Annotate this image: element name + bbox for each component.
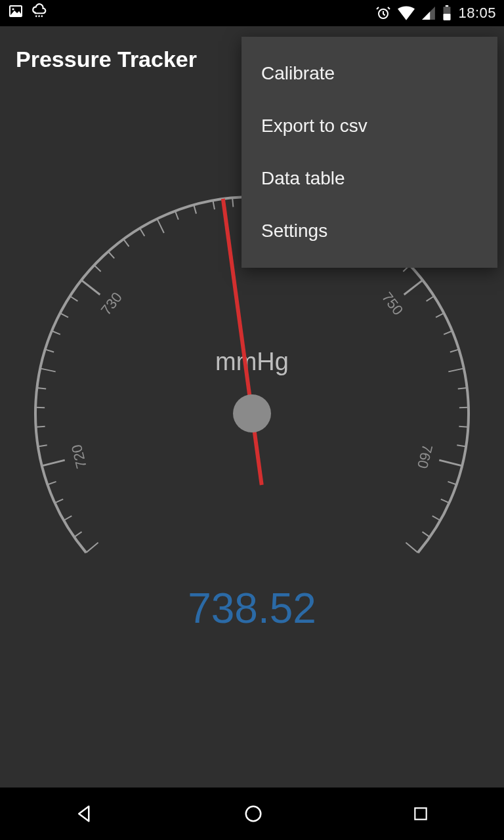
app-body: Pressure Tracker 720730750760 mmHg 738.5… — [0, 26, 504, 788]
menu-item-export-csv[interactable]: Export to csv — [242, 100, 497, 152]
menu-item-settings[interactable]: Settings — [242, 205, 497, 257]
navigation-bar — [0, 788, 504, 840]
svg-line-45 — [427, 296, 434, 301]
svg-line-54 — [439, 460, 462, 466]
gauge-value: 738.52 — [16, 584, 488, 633]
svg-line-7 — [74, 532, 81, 537]
wifi-icon — [398, 6, 415, 20]
svg-line-50 — [458, 388, 467, 389]
svg-rect-62 — [415, 808, 427, 819]
overflow-menu: Calibrate Export to csv Data table Setti… — [242, 37, 497, 268]
svg-line-24 — [94, 265, 100, 272]
svg-line-32 — [232, 198, 233, 207]
gauge-unit-label: mmHg — [16, 348, 488, 376]
svg-text:750: 750 — [379, 289, 406, 318]
svg-line-29 — [175, 211, 178, 220]
menu-item-calibrate[interactable]: Calibrate — [242, 47, 497, 100]
app-title: Pressure Tracker — [16, 47, 197, 72]
back-button[interactable] — [75, 804, 94, 824]
svg-line-57 — [441, 499, 450, 503]
svg-line-46 — [436, 313, 444, 317]
svg-line-20 — [60, 313, 68, 317]
svg-text:720: 720 — [68, 443, 90, 471]
svg-text:760: 760 — [414, 443, 436, 471]
svg-line-9 — [54, 499, 63, 503]
svg-line-14 — [36, 427, 45, 427]
svg-line-22 — [81, 280, 100, 295]
svg-line-56 — [448, 482, 456, 485]
status-bar: 18:05 — [0, 0, 504, 26]
svg-line-13 — [38, 445, 47, 446]
svg-line-53 — [457, 445, 466, 446]
svg-line-26 — [123, 239, 129, 246]
svg-point-61 — [246, 807, 261, 822]
svg-line-28 — [157, 219, 164, 233]
svg-point-1 — [12, 8, 14, 10]
svg-text:730: 730 — [98, 289, 125, 318]
svg-line-59 — [422, 532, 429, 537]
svg-line-27 — [140, 228, 144, 236]
cell-signal-icon — [421, 6, 436, 20]
recent-apps-button[interactable] — [412, 805, 429, 822]
svg-line-16 — [37, 388, 46, 389]
weather-icon — [30, 3, 47, 24]
svg-line-60 — [406, 543, 417, 553]
home-button[interactable] — [243, 804, 263, 824]
svg-line-21 — [70, 296, 78, 301]
svg-line-43 — [404, 280, 423, 295]
svg-line-19 — [52, 331, 60, 334]
gauge-pivot — [233, 394, 271, 432]
svg-line-58 — [432, 516, 440, 520]
svg-line-47 — [444, 331, 452, 334]
alarm-icon — [375, 5, 391, 21]
svg-line-11 — [42, 460, 65, 466]
battery-icon — [442, 5, 452, 21]
svg-line-6 — [86, 543, 98, 553]
svg-line-31 — [213, 200, 215, 209]
image-icon — [8, 3, 24, 23]
svg-line-8 — [64, 516, 72, 520]
svg-line-10 — [47, 482, 56, 485]
svg-line-52 — [459, 427, 468, 427]
svg-rect-4 — [446, 5, 448, 7]
menu-item-data-table[interactable]: Data table — [242, 152, 497, 205]
svg-line-25 — [108, 251, 114, 258]
svg-rect-5 — [444, 14, 451, 20]
svg-line-30 — [194, 205, 196, 213]
status-clock: 18:05 — [458, 5, 496, 22]
